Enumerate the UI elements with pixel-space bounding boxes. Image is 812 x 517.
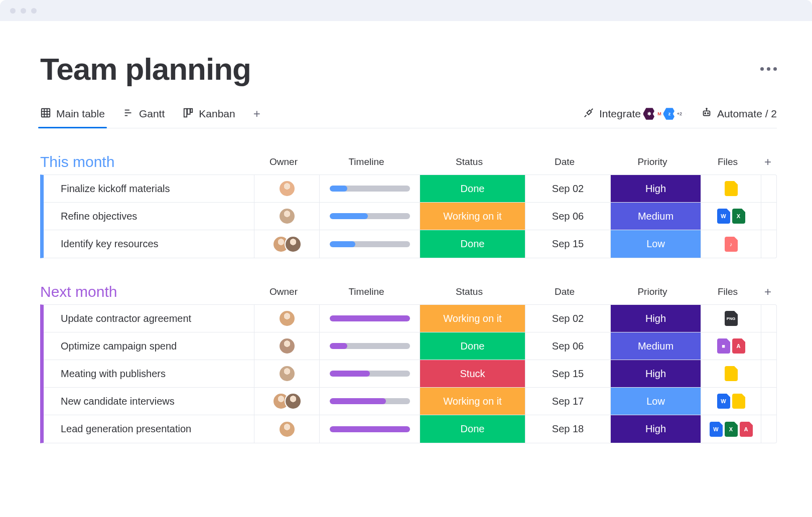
files-cell[interactable]: W xyxy=(701,388,761,415)
item-name[interactable]: Lead generation presentation xyxy=(44,415,254,443)
owner-cell[interactable] xyxy=(254,360,320,387)
file-chip[interactable]: A xyxy=(740,422,753,437)
automate-button[interactable]: Automate / 2 xyxy=(701,107,777,121)
files-cell[interactable]: ■A xyxy=(701,332,761,360)
add-view-button[interactable]: + xyxy=(253,107,260,128)
files-cell[interactable]: PNG xyxy=(701,305,761,332)
table-row[interactable]: Lead generation presentationDoneSep 18Hi… xyxy=(44,415,776,443)
owner-cell[interactable] xyxy=(254,332,320,360)
owner-cell[interactable] xyxy=(254,415,320,443)
add-column-button[interactable]: + xyxy=(758,285,778,299)
files-cell[interactable]: WX xyxy=(701,203,761,230)
priority-cell[interactable]: Medium xyxy=(611,203,701,230)
date-cell[interactable]: Sep 06 xyxy=(525,332,611,360)
owner-cell[interactable] xyxy=(254,203,320,230)
table-row[interactable]: Identify key resourcesDoneSep 15Low♪ xyxy=(44,230,776,258)
integrate-button[interactable]: Integrate ✱ M z +2 xyxy=(583,107,686,121)
file-chip[interactable]: X xyxy=(732,209,745,224)
file-chip[interactable]: W xyxy=(717,209,730,224)
file-chip[interactable]: PNG xyxy=(725,311,738,326)
date-cell[interactable]: Sep 02 xyxy=(525,175,611,202)
tab-gantt[interactable]: Gantt xyxy=(123,107,165,128)
priority-cell[interactable]: Medium xyxy=(611,332,701,360)
column-header-date[interactable]: Date xyxy=(522,156,607,167)
timeline-cell[interactable] xyxy=(320,332,420,360)
files-cell[interactable]: ♪ xyxy=(701,230,761,258)
priority-cell[interactable]: High xyxy=(611,175,701,202)
owner-cell[interactable] xyxy=(254,388,320,415)
item-name[interactable]: Update contractor agreement xyxy=(44,305,254,332)
status-cell[interactable]: Done xyxy=(420,175,525,202)
files-cell[interactable] xyxy=(701,175,761,202)
file-chip[interactable]: W xyxy=(710,422,723,437)
item-name[interactable]: Refine objectives xyxy=(44,203,254,230)
item-name[interactable]: Meating with publishers xyxy=(44,360,254,387)
date-cell[interactable]: Sep 18 xyxy=(525,415,611,443)
column-header-owner[interactable]: Owner xyxy=(251,286,316,297)
item-name[interactable]: Identify key resources xyxy=(44,230,254,258)
owner-cell[interactable] xyxy=(254,305,320,332)
timeline-cell[interactable] xyxy=(320,305,420,332)
tab-main-table[interactable]: Main table xyxy=(40,107,105,128)
column-header-priority[interactable]: Priority xyxy=(607,286,698,297)
table-row[interactable]: Meating with publishersStuckSep 15High xyxy=(44,360,776,388)
date-cell[interactable]: Sep 15 xyxy=(525,230,611,258)
file-chip[interactable]: ■ xyxy=(717,338,730,354)
table-row[interactable]: Finalize kickoff materialsDoneSep 02High xyxy=(44,175,776,203)
file-chip[interactable] xyxy=(732,394,745,409)
column-header-timeline[interactable]: Timeline xyxy=(316,286,417,297)
timeline-cell[interactable] xyxy=(320,388,420,415)
timeline-cell[interactable] xyxy=(320,203,420,230)
table-row[interactable]: New candidate interviewsWorking on itSep… xyxy=(44,388,776,415)
date-cell[interactable]: Sep 06 xyxy=(525,203,611,230)
tab-kanban[interactable]: Kanban xyxy=(183,107,235,128)
files-cell[interactable]: WXA xyxy=(701,415,761,443)
item-name[interactable]: Finalize kickoff materials xyxy=(44,175,254,202)
files-cell[interactable] xyxy=(701,360,761,387)
column-header-files[interactable]: Files xyxy=(698,156,758,167)
more-menu-button[interactable] xyxy=(760,67,777,71)
column-header-files[interactable]: Files xyxy=(698,286,758,297)
date-cell[interactable]: Sep 15 xyxy=(525,360,611,387)
column-header-status[interactable]: Status xyxy=(417,286,522,297)
date-cell[interactable]: Sep 02 xyxy=(525,305,611,332)
file-chip[interactable]: W xyxy=(717,394,730,409)
table-row[interactable]: Optimize campaign spendDoneSep 06Medium■… xyxy=(44,332,776,360)
item-name[interactable]: Optimize campaign spend xyxy=(44,332,254,360)
status-cell[interactable]: Done xyxy=(420,230,525,258)
column-header-date[interactable]: Date xyxy=(522,286,607,297)
priority-cell[interactable]: Low xyxy=(611,388,701,415)
owner-cell[interactable] xyxy=(254,175,320,202)
status-cell[interactable]: Working on it xyxy=(420,305,525,332)
file-chip[interactable]: A xyxy=(732,338,745,354)
status-cell[interactable]: Done xyxy=(420,415,525,443)
status-cell[interactable]: Working on it xyxy=(420,388,525,415)
priority-cell[interactable]: High xyxy=(611,305,701,332)
status-cell[interactable]: Working on it xyxy=(420,203,525,230)
file-chip[interactable]: ♪ xyxy=(725,237,738,252)
table-row[interactable]: Update contractor agreementWorking on it… xyxy=(44,305,776,332)
file-chip[interactable]: X xyxy=(725,422,738,437)
priority-cell[interactable]: High xyxy=(611,360,701,387)
column-header-priority[interactable]: Priority xyxy=(607,156,698,167)
add-column-button[interactable]: + xyxy=(758,155,778,169)
file-chip[interactable] xyxy=(725,181,738,196)
timeline-cell[interactable] xyxy=(320,415,420,443)
date-cell[interactable]: Sep 17 xyxy=(525,388,611,415)
column-header-status[interactable]: Status xyxy=(417,156,522,167)
group-title[interactable]: Next month xyxy=(40,283,251,300)
status-cell[interactable]: Done xyxy=(420,332,525,360)
column-header-timeline[interactable]: Timeline xyxy=(316,156,417,167)
priority-cell[interactable]: High xyxy=(611,415,701,443)
owner-cell[interactable] xyxy=(254,230,320,258)
status-cell[interactable]: Stuck xyxy=(420,360,525,387)
file-chip[interactable] xyxy=(725,366,738,381)
timeline-cell[interactable] xyxy=(320,175,420,202)
priority-cell[interactable]: Low xyxy=(611,230,701,258)
item-name[interactable]: New candidate interviews xyxy=(44,388,254,415)
column-header-owner[interactable]: Owner xyxy=(251,156,316,167)
table-row[interactable]: Refine objectivesWorking on itSep 06Medi… xyxy=(44,203,776,230)
group-title[interactable]: This month xyxy=(40,153,251,170)
timeline-cell[interactable] xyxy=(320,360,420,387)
timeline-cell[interactable] xyxy=(320,230,420,258)
